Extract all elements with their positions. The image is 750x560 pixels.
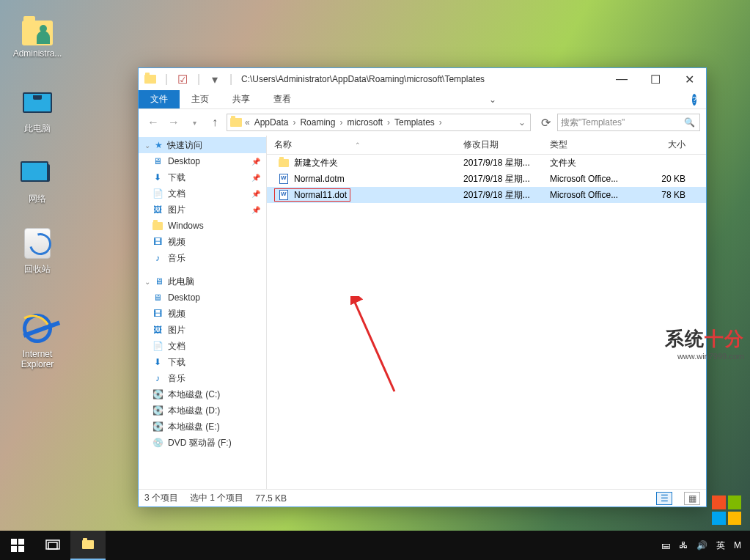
tab-view[interactable]: 查看 xyxy=(262,90,303,108)
nav-back-button[interactable]: ← xyxy=(144,114,162,131)
desktop-icon-ie[interactable]: Internet Explorer xyxy=(9,311,66,369)
desktop-icon-admin[interactable]: Administra... xyxy=(9,16,66,59)
nav-pane[interactable]: ⌄ ★ 快速访问 🖥Desktop📌 ⬇下载📌 📄文档📌 🖼图片📌 Window… xyxy=(139,136,267,489)
sidebar-item-desktop[interactable]: 🖥Desktop📌 xyxy=(139,153,266,169)
sidebar-header-label: 此电脑 xyxy=(168,276,194,288)
taskbar[interactable]: 🖴 🖧 🔊 英 M xyxy=(0,531,750,560)
properties-icon[interactable]: ☑ xyxy=(177,73,188,85)
chevron-right-icon[interactable]: › xyxy=(386,117,391,128)
sort-indicator-icon: ⌃ xyxy=(355,141,361,149)
table-row[interactable]: Normal.dotm 2017/9/18 星期... Microsoft Of… xyxy=(267,171,706,187)
breadcrumb[interactable]: « AppData› Roaming› microsoft› Templates… xyxy=(227,114,531,131)
file-name: 新建文件夹 xyxy=(294,157,338,169)
sidebar-item-desktop[interactable]: 🖥Desktop xyxy=(139,290,266,306)
chevron-right-icon[interactable]: › xyxy=(338,117,344,128)
column-type[interactable]: 类型 xyxy=(543,139,628,151)
svg-rect-6 xyxy=(48,542,57,549)
tray-network-icon[interactable]: 🖧 xyxy=(679,540,688,550)
sidebar-item-videos[interactable]: 🎞视频 xyxy=(139,234,266,250)
view-large-icons-button[interactable]: ▦ xyxy=(684,492,700,505)
chevron-right-icon[interactable]: › xyxy=(291,117,297,128)
sidebar-item-documents[interactable]: 📄文档📌 xyxy=(139,185,266,202)
pin-icon: 📌 xyxy=(251,190,260,198)
sidebar-item-pictures[interactable]: 🖼图片 xyxy=(139,322,266,338)
sidebar-item-music[interactable]: ♪音乐 xyxy=(139,250,266,266)
refresh-button[interactable]: ⟳ xyxy=(537,114,554,131)
tab-home[interactable]: 主页 xyxy=(180,90,221,108)
desktop-icon-recyclebin[interactable]: 回收站 xyxy=(9,226,66,274)
breadcrumb-root[interactable]: « xyxy=(243,117,251,128)
sidebar-item-windows[interactable]: Windows xyxy=(139,218,266,234)
desktop-icon-network[interactable]: 网络 xyxy=(9,155,66,204)
sidebar-quick-access[interactable]: ⌄ ★ 快速访问 xyxy=(139,137,266,153)
column-size[interactable]: 大小 xyxy=(628,139,706,151)
window-title: C:\Users\Administrator\AppData\Roaming\m… xyxy=(241,74,605,84)
minimize-button[interactable]: — xyxy=(605,68,639,90)
sidebar-item-downloads[interactable]: ⬇下载📌 xyxy=(139,169,266,185)
search-icon: 🔍 xyxy=(684,117,695,128)
sidebar-item-pictures[interactable]: 🖼图片📌 xyxy=(139,202,266,218)
column-headers[interactable]: 名称⌃ 修改日期 类型 大小 xyxy=(267,136,706,155)
close-button[interactable]: ✕ xyxy=(672,68,706,90)
sidebar-thispc[interactable]: ⌄ 🖥 此电脑 xyxy=(139,273,266,290)
file-name: Normal.dotm xyxy=(294,174,345,184)
breadcrumb-seg[interactable]: AppData xyxy=(253,117,290,128)
titlebar[interactable]: | ☑ | ▾ | C:\Users\Administrator\AppData… xyxy=(139,68,706,90)
tab-share[interactable]: 共享 xyxy=(221,90,262,108)
sidebar-item-music[interactable]: ♪音乐 xyxy=(139,370,266,386)
view-details-button[interactable]: ☰ xyxy=(656,492,672,505)
address-bar: ← → ▾ ↑ « AppData› Roaming› microsoft› T… xyxy=(139,109,706,136)
watermark: 系统十分 www.win7999.com xyxy=(665,326,744,361)
column-name[interactable]: 名称⌃ xyxy=(267,139,456,151)
sidebar-item-disk-e[interactable]: 💽本地磁盘 (E:) xyxy=(139,419,266,435)
highlight-box: Normal11.dot xyxy=(274,188,350,202)
sidebar-item-documents[interactable]: 📄文档 xyxy=(139,338,266,354)
help-button[interactable]: ? xyxy=(683,90,706,108)
start-button[interactable] xyxy=(0,531,35,560)
sidebar-item-videos[interactable]: 🎞视频 xyxy=(139,306,266,322)
tray-ime1[interactable]: 英 xyxy=(716,539,725,552)
qat-overflow[interactable]: ▾ xyxy=(209,73,221,85)
breadcrumb-seg[interactable]: microsoft xyxy=(345,117,384,128)
breadcrumb-seg[interactable]: Templates xyxy=(393,117,436,128)
breadcrumb-dropdown[interactable]: ⌄ xyxy=(517,117,527,128)
tray-ime2[interactable]: M xyxy=(734,540,741,550)
sidebar-item-downloads[interactable]: ⬇下载 xyxy=(139,354,266,370)
task-view-button[interactable] xyxy=(35,531,70,560)
file-date: 2017/9/18 星期... xyxy=(456,189,543,202)
sidebar-item-disk-d[interactable]: 💽本地磁盘 (D:) xyxy=(139,402,266,419)
nav-history-button[interactable]: ▾ xyxy=(185,114,203,131)
explorer-window: | ☑ | ▾ | C:\Users\Administrator\AppData… xyxy=(138,67,707,507)
table-row-selected[interactable]: Normal11.dot 2017/9/18 星期... Microsoft O… xyxy=(267,187,706,203)
chevron-right-icon[interactable]: › xyxy=(438,117,444,128)
maximize-button[interactable]: ☐ xyxy=(639,68,672,90)
folder-icon xyxy=(230,117,242,128)
file-size: 20 KB xyxy=(628,174,706,184)
status-selection: 选中 1 个项目 xyxy=(190,492,243,504)
breadcrumb-seg[interactable]: Roaming xyxy=(298,117,337,128)
sidebar-item-dvd[interactable]: 💿DVD 驱动器 (F:) xyxy=(139,435,266,451)
search-input[interactable]: 搜索"Templates" 🔍 xyxy=(557,114,700,131)
tab-file[interactable]: 文件 xyxy=(139,90,180,108)
table-row[interactable]: 新建文件夹 2017/9/18 星期... 文件夹 xyxy=(267,155,706,171)
status-item-count: 3 个项目 xyxy=(144,492,178,504)
taskbar-file-explorer[interactable] xyxy=(70,531,106,560)
nav-forward-button: → xyxy=(165,114,183,131)
pin-icon: 📌 xyxy=(251,174,260,182)
folder-icon xyxy=(144,73,156,85)
word-doc-icon xyxy=(278,173,290,185)
sidebar-item-disk-c[interactable]: 💽本地磁盘 (C:) xyxy=(139,386,266,402)
column-date[interactable]: 修改日期 xyxy=(456,139,543,151)
file-name: Normal11.dot xyxy=(294,190,347,200)
system-tray[interactable]: 🖴 🖧 🔊 英 M xyxy=(661,539,750,552)
desktop-icon-thispc[interactable]: 此电脑 xyxy=(9,85,66,133)
chevron-down-icon: ⌄ xyxy=(144,141,150,150)
tray-volume-icon[interactable]: 🔊 xyxy=(696,540,707,550)
status-bar: 3 个项目 选中 1 个项目 77.5 KB ☰ ▦ xyxy=(139,489,706,506)
file-list[interactable]: 名称⌃ 修改日期 类型 大小 新建文件夹 2017/9/18 星期... 文件夹… xyxy=(267,136,706,489)
tray-device-icon[interactable]: 🖴 xyxy=(661,540,670,550)
nav-up-button[interactable]: ↑ xyxy=(206,114,224,131)
ribbon-expand[interactable]: ⌄ xyxy=(481,90,504,108)
svg-rect-2 xyxy=(18,539,24,545)
search-placeholder: 搜索"Templates" xyxy=(561,117,625,129)
